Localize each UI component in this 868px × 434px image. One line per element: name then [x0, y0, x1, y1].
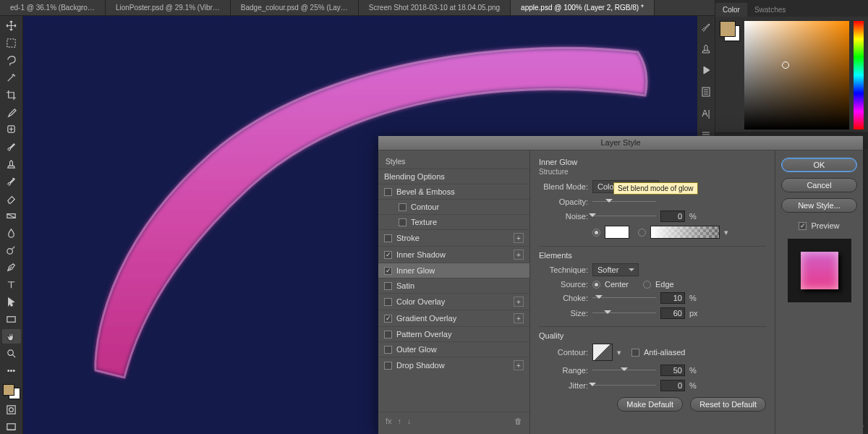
noise-value[interactable]: 0 [660, 210, 685, 222]
style-row-outer-glow[interactable]: Outer Glow [378, 341, 529, 357]
checkbox-icon[interactable] [384, 298, 392, 306]
checkbox-icon[interactable] [384, 346, 392, 354]
chevron-down-icon[interactable]: ▾ [617, 348, 621, 357]
glow-color-swatch[interactable] [605, 226, 629, 239]
source-center-radio[interactable] [592, 281, 600, 289]
preview-checkbox[interactable] [799, 222, 807, 230]
reset-default-button[interactable]: Reset to Default [690, 397, 766, 412]
new-style-button[interactable]: New Style... [781, 198, 857, 213]
style-row-drop-shadow[interactable]: Drop Shadow+ [378, 357, 529, 373]
choke-slider[interactable] [592, 293, 656, 303]
add-effect-icon[interactable]: + [514, 250, 524, 260]
fx-menu-icon[interactable]: fx [386, 417, 392, 425]
style-row-inner-shadow[interactable]: Inner Shadow+ [378, 246, 529, 263]
healing-brush-tool-icon[interactable] [2, 122, 21, 137]
quick-mask-icon[interactable] [2, 402, 21, 417]
make-default-button[interactable]: Make Default [617, 397, 683, 412]
blur-tool-icon[interactable] [2, 226, 21, 240]
type-tool-icon[interactable] [2, 278, 21, 292]
checkbox-icon[interactable] [384, 331, 392, 339]
style-row-gradient-overlay[interactable]: Gradient Overlay+ [378, 310, 529, 326]
glow-gradient-radio[interactable] [638, 229, 646, 237]
history-panel-icon[interactable] [699, 85, 712, 98]
zoom-tool-icon[interactable] [2, 346, 21, 361]
crop-tool-icon[interactable] [2, 88, 21, 102]
source-edge-radio[interactable] [643, 281, 651, 289]
tab-color[interactable]: Color [715, 3, 747, 17]
document-tab-active[interactable]: apple.psd @ 100% (Layer 2, RGB/8) * [511, 0, 655, 15]
brush-panel-icon[interactable] [699, 20, 712, 33]
actions-panel-icon[interactable] [699, 64, 712, 77]
screen-mode-icon[interactable] [2, 420, 21, 434]
checkbox-icon[interactable] [384, 282, 392, 290]
document-tab[interactable]: Screen Shot 2018-03-10 at 18.04.05.png [359, 0, 511, 15]
add-effect-icon[interactable]: + [514, 360, 524, 370]
gradient-tool-icon[interactable] [2, 208, 21, 223]
size-value[interactable]: 60 [660, 307, 685, 319]
add-effect-icon[interactable]: + [514, 233, 524, 243]
checkbox-icon[interactable] [399, 218, 407, 226]
styles-header[interactable]: Styles [378, 155, 529, 169]
magic-wand-tool-icon[interactable] [2, 71, 21, 85]
document-tab[interactable]: Badge_colour.psd @ 25% (Lay… [231, 0, 359, 15]
eyedropper-tool-icon[interactable] [2, 105, 21, 119]
color-field[interactable] [744, 21, 849, 129]
size-slider[interactable] [592, 308, 656, 318]
checkbox-icon[interactable] [384, 234, 392, 242]
rectangle-tool-icon[interactable] [2, 312, 21, 326]
document-tab[interactable]: LionPoster.psd @ 29.1% (Vibr… [106, 0, 231, 15]
antialiased-checkbox[interactable] [631, 349, 639, 357]
move-up-icon[interactable]: ↑ [398, 417, 402, 425]
jitter-slider[interactable] [592, 380, 656, 391]
history-brush-tool-icon[interactable] [2, 174, 21, 189]
ok-button[interactable]: OK [781, 158, 857, 172]
brush-tool-icon[interactable] [2, 140, 21, 154]
checkbox-icon[interactable] [384, 315, 392, 323]
checkbox-icon[interactable] [384, 188, 392, 196]
style-row-color-overlay[interactable]: Color Overlay+ [378, 293, 529, 310]
style-row-inner-glow[interactable]: Inner Glow [378, 263, 529, 278]
blending-options-row[interactable]: Blending Options [378, 169, 529, 184]
edit-toolbar-icon[interactable] [2, 364, 21, 378]
glow-gradient-swatch[interactable] [650, 226, 720, 239]
clone-source-panel-icon[interactable] [699, 42, 712, 55]
add-effect-icon[interactable]: + [514, 297, 524, 307]
dodge-tool-icon[interactable] [2, 243, 21, 258]
style-row-pattern-overlay[interactable]: Pattern Overlay [378, 326, 529, 341]
style-row-contour[interactable]: Contour [378, 199, 529, 214]
opacity-slider[interactable] [592, 197, 656, 207]
style-row-texture[interactable]: Texture [378, 214, 529, 229]
hue-slider[interactable] [854, 21, 864, 129]
style-row-stroke[interactable]: Stroke+ [378, 229, 529, 246]
lasso-tool-icon[interactable] [2, 54, 21, 68]
technique-select[interactable]: Softer [592, 263, 639, 276]
style-row-satin[interactable]: Satin [378, 278, 529, 293]
move-down-icon[interactable]: ↓ [407, 417, 412, 425]
checkbox-icon[interactable] [384, 251, 392, 259]
path-selection-tool-icon[interactable] [2, 295, 21, 310]
pen-tool-icon[interactable] [2, 260, 21, 275]
clone-stamp-tool-icon[interactable] [2, 157, 21, 171]
jitter-value[interactable]: 0 [660, 380, 685, 391]
trash-icon[interactable]: 🗑 [514, 417, 522, 425]
glow-color-radio[interactable] [592, 229, 600, 237]
chevron-down-icon[interactable]: ▾ [724, 228, 728, 237]
document-tab[interactable]: ed-1 @ 36.1% (Backgro… [0, 0, 106, 15]
eraser-tool-icon[interactable] [2, 191, 21, 205]
foreground-background-colors[interactable] [3, 384, 20, 400]
checkbox-icon[interactable] [399, 203, 407, 211]
character-panel-icon[interactable]: A| [699, 107, 712, 120]
move-tool-icon[interactable] [2, 19, 21, 33]
choke-value[interactable]: 10 [660, 292, 685, 304]
tab-swatches[interactable]: Swatches [747, 3, 793, 17]
cancel-button[interactable]: Cancel [781, 178, 857, 192]
contour-picker[interactable] [592, 344, 613, 361]
marquee-tool-icon[interactable] [2, 36, 21, 51]
checkbox-icon[interactable] [384, 267, 392, 275]
panel-fgbg-colors[interactable] [720, 21, 740, 41]
range-slider[interactable] [592, 365, 656, 375]
style-row-bevel[interactable]: Bevel & Emboss [378, 184, 529, 199]
checkbox-icon[interactable] [384, 362, 392, 370]
add-effect-icon[interactable]: + [514, 313, 524, 323]
hand-tool-icon[interactable] [2, 329, 21, 344]
